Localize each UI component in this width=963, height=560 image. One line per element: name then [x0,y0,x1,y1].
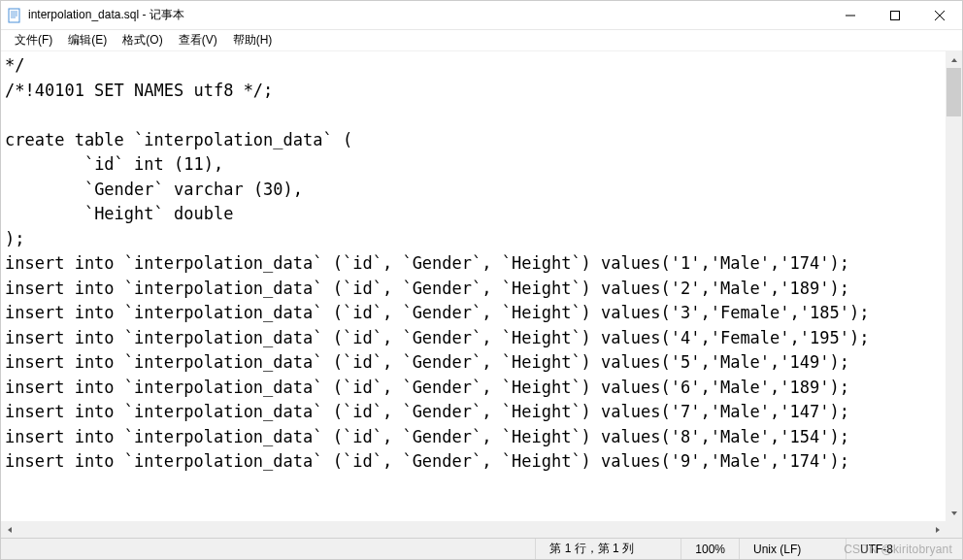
scroll-up-button[interactable] [946,51,962,68]
menu-help[interactable]: 帮助(H) [225,30,281,50]
scroll-left-button[interactable] [1,521,17,538]
status-encoding: UTF-8 [846,539,962,559]
menu-edit[interactable]: 编辑(E) [60,30,115,50]
vertical-scrollbar[interactable] [946,51,962,538]
status-zoom: 100% [681,539,739,559]
status-position: 第 1 行，第 1 列 [535,539,681,559]
close-button[interactable] [917,1,962,29]
menu-format[interactable]: 格式(O) [115,30,170,50]
text-editor[interactable]: */ /*!40101 SET NAMES utf8 */; create ta… [1,51,946,538]
svg-marker-11 [8,527,12,533]
horizontal-scroll-thumb[interactable] [17,522,929,537]
content-area: */ /*!40101 SET NAMES utf8 */; create ta… [1,51,962,538]
window-title: interpolation_data.sql - 记事本 [28,7,828,23]
svg-marker-9 [951,58,957,62]
menu-file[interactable]: 文件(F) [7,30,60,50]
statusbar: 第 1 行，第 1 列 100% Unix (LF) UTF-8 [1,538,962,559]
horizontal-scroll-track[interactable] [17,521,929,538]
svg-rect-6 [891,11,900,19]
svg-marker-10 [951,511,957,515]
menubar: 文件(F) 编辑(E) 格式(O) 查看(V) 帮助(H) [1,30,962,51]
minimize-button[interactable] [828,1,873,29]
notepad-icon [7,8,22,23]
status-line-ending: Unix (LF) [739,539,846,559]
svg-marker-12 [936,527,940,533]
window-controls [828,1,962,29]
horizontal-scrollbar[interactable] [1,521,946,538]
vertical-scroll-thumb[interactable] [946,68,961,116]
maximize-button[interactable] [873,1,917,29]
scroll-right-button[interactable] [929,521,946,538]
scroll-down-button[interactable] [946,505,962,521]
scroll-corner [946,521,962,538]
titlebar: interpolation_data.sql - 记事本 [1,1,962,30]
menu-view[interactable]: 查看(V) [171,30,225,50]
